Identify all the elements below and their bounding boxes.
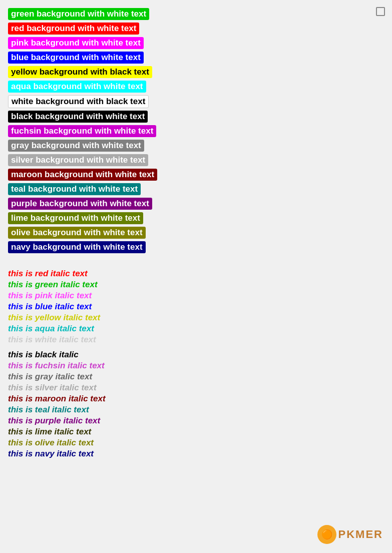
italic-text-line: this is white italic text: [8, 335, 384, 345]
color-block-label: gray background with white text: [8, 140, 144, 152]
color-block-label: teal background with white text: [8, 183, 141, 195]
italic-text-line: this is black italic: [8, 350, 384, 360]
color-block-row: lime background with white text: [8, 212, 384, 226]
color-block-label: maroon background with white text: [8, 169, 157, 181]
pkmer-label: PKMER: [338, 528, 383, 541]
color-block-row: black background with white text: [8, 111, 384, 124]
color-block-label: olive background with white text: [8, 227, 146, 239]
italic-text-line: this is aqua italic text: [8, 324, 384, 334]
color-block-row: fuchsin background with white text: [8, 125, 384, 139]
italic-text-line: this is navy italic text: [8, 449, 384, 459]
color-block-label: blue background with white text: [8, 52, 144, 64]
color-block-row: red background with white text: [8, 23, 384, 36]
color-block-label: red background with white text: [8, 23, 139, 35]
window-maximize-icon[interactable]: [376, 7, 385, 16]
color-block-label: fuchsin background with white text: [8, 125, 156, 137]
italic-text-line: this is pink italic text: [8, 291, 384, 301]
italic-text-line: this is lime italic text: [8, 427, 384, 437]
color-block-label: purple background with white text: [8, 198, 152, 210]
color-block-label: navy background with white text: [8, 241, 146, 253]
color-block-label: black background with white text: [8, 111, 148, 123]
color-block-label: lime background with white text: [8, 212, 143, 224]
color-block-row: navy background with white text: [8, 241, 384, 255]
italic-text-line: this is gray italic text: [8, 372, 384, 382]
italic-text-line: this is red italic text: [8, 269, 384, 279]
color-block-row: white background with black text: [8, 95, 384, 110]
pkmer-circle-icon: 🟠: [317, 525, 336, 544]
color-blocks-section: green background with white textred back…: [8, 8, 384, 255]
color-block-row: pink background with white text: [8, 37, 384, 51]
pkmer-logo: 🟠 PKMER: [317, 525, 383, 544]
color-block-row: green background with white text: [8, 8, 384, 22]
color-block-label: green background with white text: [8, 8, 149, 20]
italic-text-line: this is yellow italic text: [8, 313, 384, 323]
color-block-row: teal background with white text: [8, 183, 384, 197]
italic-text-line: this is silver italic text: [8, 383, 384, 393]
italic-text-line: this is blue italic text: [8, 302, 384, 312]
italic-section: this is red italic textthis is green ita…: [8, 269, 384, 459]
italic-text-line: this is purple italic text: [8, 416, 384, 426]
color-block-label: aqua background with white text: [8, 81, 146, 93]
color-block-row: olive background with white text: [8, 227, 384, 240]
italic-text-line: this is fuchsin italic text: [8, 361, 384, 371]
italic-text-line: this is teal italic text: [8, 405, 384, 415]
color-block-row: blue background with white text: [8, 52, 384, 65]
color-block-row: aqua background with white text: [8, 81, 384, 94]
color-block-row: maroon background with white text: [8, 169, 384, 182]
color-block-row: yellow background with black text: [8, 66, 384, 80]
color-block-row: silver background with white text: [8, 154, 384, 168]
color-block-label: white background with black text: [8, 95, 149, 108]
color-block-label: silver background with white text: [8, 154, 148, 166]
italic-text-line: this is olive italic text: [8, 438, 384, 448]
color-block-row: purple background with white text: [8, 198, 384, 211]
italic-text-line: this is maroon italic text: [8, 394, 384, 404]
color-block-label: pink background with white text: [8, 37, 144, 49]
color-block-label: yellow background with black text: [8, 66, 152, 78]
color-block-row: gray background with white text: [8, 140, 384, 153]
italic-text-line: this is green italic text: [8, 280, 384, 290]
